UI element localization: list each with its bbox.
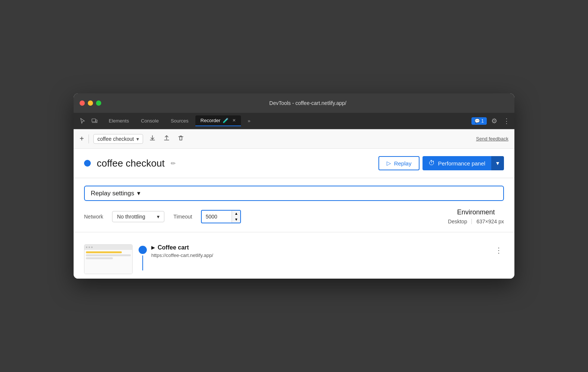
delete-recording-button[interactable] — [176, 133, 186, 145]
perf-icon: ⏱ — [428, 159, 435, 167]
tab-console[interactable]: Console — [136, 116, 164, 126]
environment-type: Desktop — [448, 218, 467, 224]
environment-detail: Desktop 637×924 px — [448, 218, 504, 224]
chevron-down-icon: ▼ — [495, 160, 500, 166]
step-dot-line: ▶ Coffee cart https://coffee-cart.netlif… — [139, 244, 213, 270]
edit-title-button[interactable]: ✏ — [171, 160, 176, 167]
step-more-button[interactable]: ⋮ — [493, 244, 504, 256]
environment-size: 637×924 px — [476, 218, 504, 224]
chevron-down-icon: ▾ — [136, 136, 139, 142]
traffic-lights — [80, 100, 101, 106]
timeout-input[interactable] — [202, 211, 232, 222]
chevron-down-icon: ▾ — [157, 214, 160, 220]
header-actions: ▷ Replay ⏱ Performance panel ▼ — [378, 156, 504, 170]
recording-selector[interactable]: coffee checkout ▾ — [93, 134, 143, 144]
devtools-window: DevTools - coffee-cart.netlify.app/ Elem… — [74, 93, 514, 279]
main-content: coffee checkout ✏ ▷ Replay ⏱ Performance… — [74, 149, 514, 279]
recording-name: coffee checkout — [98, 136, 134, 142]
add-recording-button[interactable]: + — [80, 134, 84, 143]
performance-panel-dropdown[interactable]: ▼ — [491, 156, 504, 170]
tab-recorder[interactable]: Recorder 🧪 ✕ — [195, 115, 241, 126]
recording-status-dot — [84, 160, 91, 167]
replay-play-icon: ▷ — [387, 160, 391, 167]
titlebar: DevTools - coffee-cart.netlify.app/ — [74, 93, 514, 113]
svg-rect-1 — [96, 120, 97, 122]
env-separator — [471, 219, 472, 224]
close-button[interactable] — [80, 100, 85, 106]
step-thumbnail — [84, 244, 133, 274]
settings-section: Replay settings ▾ Network No throttling … — [74, 178, 514, 232]
network-label: Network — [84, 214, 103, 220]
network-throttle-select[interactable]: No throttling ▾ — [112, 211, 164, 222]
chevron-down-icon: ▾ — [137, 189, 140, 197]
step-connector-line — [142, 255, 143, 270]
chat-badge[interactable]: 💬 1 — [471, 117, 487, 125]
step-url: https://coffee-cart.netlify.app/ — [151, 252, 213, 258]
performance-panel-group: ⏱ Performance panel ▼ — [423, 156, 504, 170]
toolbar-divider — [89, 134, 89, 143]
import-button[interactable] — [162, 133, 171, 145]
recording-title: coffee checkout — [97, 158, 165, 169]
menu-button[interactable]: ⋮ — [502, 115, 511, 127]
export-button[interactable] — [148, 133, 157, 145]
timeout-spinners: ▲ ▼ — [232, 211, 240, 223]
timeout-decrement[interactable]: ▼ — [232, 217, 240, 223]
timeout-increment[interactable]: ▲ — [232, 211, 240, 217]
device-mode-icon[interactable] — [89, 115, 100, 127]
step-dot-container — [139, 246, 147, 270]
timeout-label: Timeout — [173, 214, 192, 220]
recorder-toolbar: + coffee checkout ▾ Send feedback — [74, 129, 514, 149]
chat-icon: 💬 — [474, 118, 481, 124]
send-feedback-link[interactable]: Send feedback — [476, 136, 508, 142]
minimize-button[interactable] — [88, 100, 93, 106]
replay-button[interactable]: ▷ Replay — [378, 156, 420, 170]
steps-section: ▶ Coffee cart https://coffee-cart.netlif… — [74, 232, 514, 279]
tab-sources[interactable]: Sources — [165, 116, 194, 126]
svg-rect-0 — [92, 119, 96, 122]
timeout-input-wrap: ▲ ▼ — [201, 210, 241, 223]
performance-panel-button[interactable]: ⏱ Performance panel — [423, 156, 491, 170]
step-status-dot — [139, 246, 147, 254]
replay-settings-button[interactable]: Replay settings ▾ — [84, 186, 504, 201]
environment-section: Environment Desktop 637×924 px — [448, 208, 504, 224]
step-name: ▶ Coffee cart — [151, 244, 213, 251]
tabs-right: 💬 1 ⚙ ⋮ — [471, 115, 511, 127]
tabs-list: Elements Console Sources Recorder 🧪 ✕ » — [103, 115, 471, 126]
tabs-bar: Elements Console Sources Recorder 🧪 ✕ » … — [74, 113, 514, 129]
table-row: ▶ Coffee cart https://coffee-cart.netlif… — [84, 240, 504, 279]
environment-title: Environment — [448, 208, 504, 216]
step-info: ▶ Coffee cart https://coffee-cart.netlif… — [151, 244, 213, 258]
tab-close-icon[interactable]: ✕ — [232, 118, 236, 123]
tab-more[interactable]: » — [242, 116, 256, 126]
window-title: DevTools - coffee-cart.netlify.app/ — [107, 100, 508, 106]
settings-row: Network No throttling ▾ Timeout ▲ ▼ Envi… — [84, 208, 504, 224]
recording-header: coffee checkout ✏ ▷ Replay ⏱ Performance… — [74, 149, 514, 178]
cursor-icon[interactable] — [77, 115, 89, 127]
flask-icon: 🧪 — [223, 118, 229, 123]
settings-button[interactable]: ⚙ — [490, 115, 499, 127]
step-expand-icon[interactable]: ▶ — [151, 245, 155, 250]
maximize-button[interactable] — [96, 100, 101, 106]
tab-elements[interactable]: Elements — [103, 116, 134, 126]
